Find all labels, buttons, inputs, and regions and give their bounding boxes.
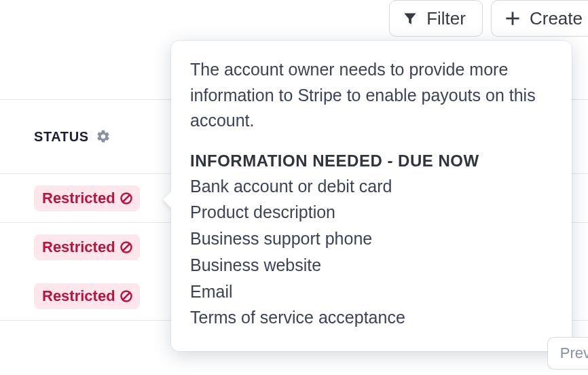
previous-page-button[interactable]: Prev xyxy=(547,337,588,370)
tooltip-item: Bank account or debit card xyxy=(190,173,553,200)
tooltip-item: Business support phone xyxy=(190,226,553,252)
filter-button[interactable]: Filter xyxy=(389,0,483,37)
tooltip-item: Email xyxy=(190,279,553,305)
plus-icon xyxy=(505,11,520,26)
status-badge-label: Restricted xyxy=(42,238,115,256)
filter-icon xyxy=(403,12,417,25)
status-badge: Restricted xyxy=(34,234,140,260)
block-icon xyxy=(120,289,133,303)
create-button[interactable]: Create xyxy=(491,0,588,37)
status-column-header[interactable]: STATUS xyxy=(34,129,111,145)
status-tooltip: The account owner needs to provide more … xyxy=(171,41,572,351)
tooltip-list: Bank account or debit card Product descr… xyxy=(190,173,553,332)
tooltip-pointer xyxy=(163,190,172,209)
status-badge-label: Restricted xyxy=(42,190,115,207)
svg-line-1 xyxy=(123,195,130,202)
tooltip-item: Business website xyxy=(190,252,553,279)
tooltip-item: Product description xyxy=(190,199,553,226)
block-icon xyxy=(120,192,133,205)
create-button-label: Create xyxy=(530,8,583,29)
status-badge-label: Restricted xyxy=(42,287,115,305)
tooltip-item: Terms of service acceptance xyxy=(190,304,553,331)
block-icon xyxy=(120,240,133,254)
tooltip-body: The account owner needs to provide more … xyxy=(190,57,553,134)
filter-button-label: Filter xyxy=(426,8,466,29)
previous-page-label: Prev xyxy=(560,344,588,361)
tooltip-heading: INFORMATION NEEDED - DUE NOW xyxy=(190,151,553,171)
status-badge: Restricted xyxy=(34,283,140,309)
toolbar: Filter Create xyxy=(0,0,588,41)
svg-line-5 xyxy=(123,293,130,300)
status-header-label: STATUS xyxy=(34,129,89,145)
status-badge: Restricted xyxy=(34,185,140,211)
gear-icon[interactable] xyxy=(96,129,111,144)
svg-line-3 xyxy=(123,244,130,251)
